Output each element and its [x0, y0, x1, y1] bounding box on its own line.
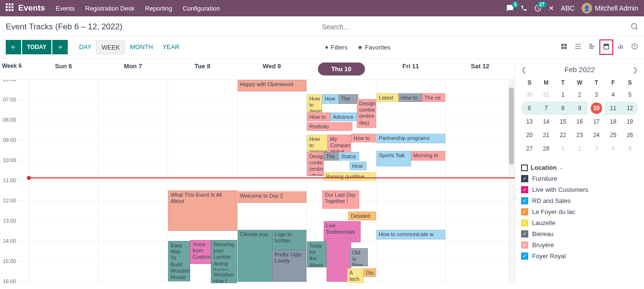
mini-cal-day[interactable]: 3 [588, 88, 605, 101]
calendar-event[interactable]: How to i [307, 113, 330, 121]
mini-cal-day[interactable]: 7 [538, 101, 555, 115]
mini-cal-day[interactable]: 3 [588, 142, 605, 155]
mini-cal-day[interactable]: 1 [555, 142, 571, 155]
view-week[interactable]: WEEK [96, 40, 125, 54]
calendar-view-icon[interactable] [602, 42, 610, 52]
day-header-0[interactable]: Sun 6 [29, 59, 98, 79]
mini-cal-day[interactable]: 30 [521, 88, 538, 101]
mini-cal-day[interactable]: 23 [571, 128, 588, 142]
mini-cal-prev[interactable]: ❮ [521, 66, 527, 74]
mini-cal-day[interactable]: 27 [521, 142, 538, 155]
today-button[interactable]: TODAY [22, 40, 51, 54]
app-brand[interactable]: Events [18, 3, 45, 13]
mini-cal-day[interactable]: 22 [555, 128, 571, 142]
mini-cal-day[interactable]: 1 [555, 88, 571, 101]
company-selector[interactable]: ABC [561, 4, 575, 12]
day-column-1[interactable] [98, 80, 168, 283]
calendar-event[interactable]: How to communicate w [377, 230, 446, 239]
calendar-event[interactable]: Logs to lumber [272, 230, 307, 250]
calendar-event[interactable]: Latest t [377, 93, 399, 102]
calendar-event[interactable]: How to improve your [307, 135, 328, 154]
mini-cal-day[interactable]: 4 [605, 142, 621, 155]
mini-cal-day[interactable]: 31 [538, 88, 555, 101]
calendar-event[interactable]: Design contest (entire aftern [307, 152, 323, 176]
mini-cal-day[interactable]: 20 [521, 128, 538, 142]
day-column-6[interactable] [445, 80, 515, 283]
day-header-3[interactable]: Wed 9 [237, 59, 307, 79]
search-icon[interactable] [631, 23, 638, 32]
prev-button[interactable] [6, 40, 21, 54]
calendar-event[interactable]: Morning br [411, 151, 446, 161]
calendar-event[interactable]: Happy with Openwood [238, 80, 307, 91]
day-column-5[interactable]: Latest tHow toThe nePartnership programs… [376, 80, 446, 283]
day-header-2[interactable]: Tue 8 [168, 59, 237, 79]
location-filter-item[interactable]: ✓Foyer Royal [521, 251, 638, 262]
mini-cal-day[interactable]: 12 [621, 101, 638, 115]
calendar-event[interactable]: Our Last Day Together ! [322, 190, 360, 209]
calendar-event[interactable]: Portfolio presenta [307, 122, 352, 131]
mini-cal-day[interactable]: 8 [555, 101, 571, 115]
location-filter-item[interactable]: ✓RD and Sales [521, 195, 638, 206]
mini-cal-day[interactable]: 9 [571, 101, 588, 115]
user-menu[interactable]: 👤 Mitchell Admin [582, 3, 638, 13]
search-input[interactable] [322, 21, 631, 33]
calendar-event[interactable]: How [350, 162, 366, 170]
calendar-event[interactable]: How to [399, 93, 422, 102]
calendar-event[interactable]: How [322, 94, 339, 104]
apps-icon[interactable] [6, 3, 13, 13]
messaging-icon[interactable]: 5 [506, 4, 514, 12]
calendar-event[interactable]: Easy Way To Build Wooden House [168, 241, 190, 281]
day-column-4[interactable]: How to design a newHowThe neDesign conte… [306, 80, 376, 283]
favorites-button[interactable]: ★ Favorites [357, 44, 390, 51]
mini-cal-day[interactable]: 18 [605, 115, 621, 128]
calendar-event[interactable]: Climate pos [238, 230, 272, 282]
calendar-event[interactable]: Advance [330, 113, 357, 121]
filters-button[interactable]: ▾ Filters [325, 44, 347, 51]
phone-icon[interactable] [521, 5, 527, 12]
mini-cal-day[interactable]: 13 [521, 115, 538, 128]
calendar-event[interactable]: The ne [339, 94, 358, 104]
location-filter-item[interactable]: ✓Le Foyer du lac [521, 206, 638, 217]
location-filter-item[interactable]: ✓Lauzelle [521, 217, 638, 228]
calendar-event[interactable]: Sports Talk [377, 151, 411, 166]
calendar-event[interactable]: Raising qualitive [324, 172, 376, 181]
day-header-6[interactable]: Sat 12 [445, 59, 515, 79]
mini-cal-day[interactable]: 5 [621, 88, 638, 101]
calendar-event[interactable]: The ne [422, 93, 446, 102]
calendar-event[interactable]: Tools for the Wood Begin [307, 241, 326, 267]
mini-cal-day[interactable]: 25 [605, 128, 621, 142]
mini-cal-day[interactable]: 2 [571, 142, 588, 155]
location-filter-item[interactable]: ✓Furniture [521, 173, 638, 184]
vertical-scrollbar[interactable] [508, 78, 515, 283]
graph-view-icon[interactable] [617, 43, 624, 51]
mini-cal-day[interactable]: 19 [621, 115, 638, 128]
calendar-event[interactable]: Status [339, 152, 359, 161]
mini-cal-day[interactable]: 21 [538, 128, 555, 142]
mini-cal-day[interactable]: 16 [571, 115, 588, 128]
mini-cal-next[interactable]: ❯ [632, 66, 638, 74]
calendar-event[interactable]: Woodwo How I got started [211, 270, 237, 283]
mini-cal-day[interactable]: 17 [588, 115, 605, 128]
location-filter-heading[interactable]: Location ⌄ [521, 162, 638, 173]
calendar-event[interactable]: Welcome to Day 2 [238, 191, 307, 203]
calendar-event[interactable]: Design contes (entire day) [357, 99, 376, 128]
calendar-event[interactable]: How to [351, 134, 376, 142]
calendar-event[interactable]: Partnership programs [377, 134, 446, 143]
menu-reporting[interactable]: Reporting [145, 5, 172, 12]
mini-cal-day[interactable]: 28 [538, 142, 555, 155]
calendar-event[interactable]: Old is New [350, 248, 367, 266]
day-column-0[interactable] [29, 80, 98, 283]
day-column-2[interactable]: What This Event Is All AboutEasy Way To … [168, 80, 237, 283]
mini-cal-day[interactable]: 5 [621, 142, 638, 155]
location-filter-item[interactable]: ✓Live with Customers [521, 184, 638, 195]
calendar-event[interactable]: Securing your Lumber during transp [211, 240, 237, 274]
activities-icon[interactable]: 27 [534, 4, 542, 12]
mini-cal-day[interactable]: 10 [591, 102, 602, 114]
calendar-event[interactable]: What This Event Is All About [168, 190, 237, 231]
calendar-event[interactable]: How to design a new [307, 94, 322, 113]
calendar-event[interactable]: My Company global [328, 135, 351, 153]
menu-configuration[interactable]: Configuration [182, 5, 219, 12]
location-filter-item[interactable]: ✓Biereau [521, 228, 638, 239]
calendar-event[interactable]: Detailed [348, 212, 376, 220]
calendar-event[interactable]: Dis [364, 268, 376, 277]
